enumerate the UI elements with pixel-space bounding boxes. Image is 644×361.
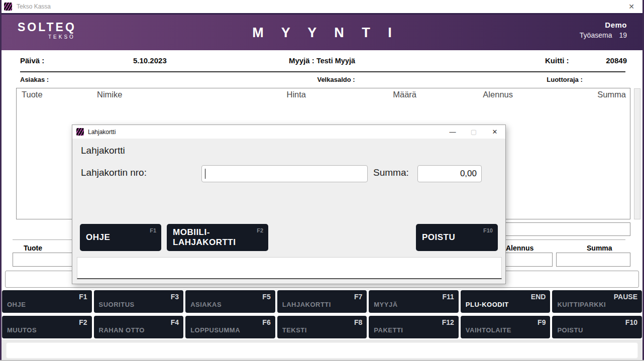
minimize-icon[interactable]: — [442, 128, 463, 136]
fkey-label: KUITTIPARKKI [557, 301, 606, 308]
logo-primary-text: SOLTEQ [18, 22, 76, 33]
maximize-icon: ▢ [463, 128, 484, 136]
giftcard-number-input-wrap [201, 165, 368, 182]
fkey-button-vaihtolaite[interactable]: VAIHTOLAITE F9 [461, 316, 551, 338]
customer-label: Asiakas : [20, 76, 49, 83]
seller-label: Myyjä : [289, 56, 314, 65]
fkey-button-rahan-otto[interactable]: RAHAN OTTO F4 [94, 316, 184, 338]
dialog-titlebar: Lahjakortti — ▢ ✕ [72, 125, 505, 139]
fkey-shortcut: F9 [538, 318, 546, 326]
giftcard-dialog: Lahjakortti — ▢ ✕ Lahjakortti Lahjakorti… [72, 125, 506, 284]
entry-product-label: Tuote [24, 244, 42, 252]
fkey-shortcut: END [531, 293, 546, 301]
fkey-button-kuittiparkki[interactable]: KUITTIPARKKI PAUSE [552, 290, 642, 313]
column-header-maara: Määrä [311, 90, 421, 99]
fkey-label: RAHAN OTTO [99, 326, 145, 334]
fkey-shortcut: F1 [79, 293, 87, 301]
column-header-tuote: Tuote [17, 90, 92, 99]
workstation-number: 19 [619, 31, 627, 39]
fkey-button-suoritus[interactable]: SUORITUS F3 [94, 290, 184, 313]
fkey-button-asiakas[interactable]: ASIAKAS F5 [185, 290, 275, 313]
dialog-button-shortcut: F1 [150, 227, 156, 233]
column-header-hinta: Hinta [233, 90, 311, 99]
fkey-button-muutos[interactable]: MUUTOS F2 [2, 316, 92, 338]
fkey-button-myyja[interactable]: MYYJÄ F11 [369, 290, 459, 313]
fkey-button-paketti[interactable]: PAKETTI F12 [369, 316, 459, 338]
fkey-shortcut: F6 [262, 318, 270, 326]
dialog-mobiili-lahjakortti-button[interactable]: MOBIILI-LAHJAKORTTI F2 [167, 224, 268, 251]
dialog-poistu-button[interactable]: POISTU F10 [416, 224, 498, 251]
fkey-shortcut: F8 [354, 318, 362, 326]
fkey-label: PLU-KOODIT [466, 301, 509, 308]
mode-badge: Demo [580, 21, 627, 29]
fkey-shortcut: F12 [442, 318, 454, 326]
giftcard-number-label: Lahjakortin nro: [81, 167, 147, 178]
workstation-label: Työasema [580, 31, 612, 39]
info-divider [20, 71, 625, 72]
status-strip [2, 339, 642, 360]
entry-sum-label: Summa [587, 244, 612, 252]
window-title: Tekso Kassa [17, 3, 51, 10]
window-border-left [0, 0, 2, 361]
fkey-label: MYYJÄ [374, 301, 397, 308]
status-input-field[interactable] [6, 342, 638, 358]
dialog-button-label: OHJE [86, 232, 129, 243]
fkey-shortcut: F7 [354, 293, 362, 301]
fkey-label: TEKSTI [282, 326, 307, 334]
date-value: 5.10.2023 [133, 56, 167, 65]
dialog-button-shortcut: F2 [257, 227, 263, 233]
debt-label: Velkasaldo : [317, 76, 355, 83]
logo-secondary-text: TEKSO [18, 35, 76, 40]
seller-value: Testi Myyjä [316, 57, 355, 65]
fkey-label: PAKETTI [374, 326, 403, 334]
dialog-heading: Lahjakortti [81, 145, 125, 156]
fkey-label: LOPPUSUMMA [190, 326, 240, 334]
os-titlebar: Tekso Kassa ✕ [0, 0, 644, 13]
page-title: M Y Y N T I [245, 25, 399, 40]
fkey-shortcut: F2 [79, 318, 87, 326]
dialog-window-controls: — ▢ ✕ [442, 128, 505, 136]
dialog-button-label: MOBIILI-LAHJAKORTTI [173, 227, 268, 248]
fkey-button-poistu[interactable]: POISTU F10 [552, 316, 642, 338]
fkey-label: ASIAKAS [190, 301, 222, 308]
giftcard-sum-input[interactable] [417, 165, 482, 182]
giftcard-sum-label: Summa: [373, 167, 409, 178]
fkey-shortcut: F3 [171, 293, 179, 301]
dialog-body: Lahjakortti Lahjakortin nro: Summa: OHJE… [72, 139, 505, 285]
dialog-ohje-button[interactable]: OHJE F1 [80, 224, 161, 251]
text-caret [205, 169, 205, 179]
giftcard-number-input[interactable] [201, 165, 368, 182]
date-label: Päivä : [20, 56, 44, 65]
app-header: SOLTEQ TEKSO M Y Y N T I Demo Työasema19 [2, 13, 642, 50]
fkey-button-loppusumma[interactable]: LOPPUSUMMA F6 [185, 316, 275, 338]
column-header-alennus: Alennus [421, 90, 518, 99]
fkey-button-ohje[interactable]: OHJE F1 [2, 290, 92, 313]
close-icon[interactable]: ✕ [484, 128, 505, 136]
fkey-shortcut: F10 [625, 318, 637, 326]
column-header-summa: Summa [518, 90, 631, 99]
window-close-icon[interactable]: ✕ [624, 3, 639, 11]
dialog-title: Lahjakortti [88, 129, 116, 136]
entry-discount-label: Alennus [506, 244, 533, 252]
fkey-shortcut: F11 [442, 293, 454, 301]
receipt-value: 20849 [606, 56, 627, 65]
header-right-block: Demo Työasema19 [580, 21, 627, 39]
fkey-button-lahjakortti[interactable]: LAHJAKORTTI F7 [277, 290, 367, 313]
app-icon [4, 3, 12, 11]
dialog-status-field[interactable] [77, 257, 502, 279]
fkey-shortcut: PAUSE [614, 293, 637, 301]
fkey-label: LAHJAKORTTI [282, 301, 331, 308]
dialog-button-shortcut: F10 [483, 227, 493, 233]
fkey-shortcut: F5 [262, 293, 270, 301]
fkey-shortcut: F4 [171, 318, 179, 326]
solteq-logo: SOLTEQ TEKSO [18, 22, 76, 40]
table-scrollbar[interactable] [634, 88, 640, 219]
table-header-row: Tuote Nimike Hinta Määrä Alennus Summa [17, 88, 630, 99]
seller-info: Myyjä : Testi Myyjä [289, 56, 355, 65]
fkey-label: OHJE [7, 301, 26, 308]
giftcard-sum-input-wrap [417, 165, 482, 182]
dialog-button-label: POISTU [422, 232, 474, 243]
fkey-button-plu-koodit[interactable]: PLU-KOODIT END [461, 290, 551, 313]
entry-sum-field[interactable] [556, 253, 630, 267]
fkey-button-teksti[interactable]: TEKSTI F8 [277, 316, 367, 338]
